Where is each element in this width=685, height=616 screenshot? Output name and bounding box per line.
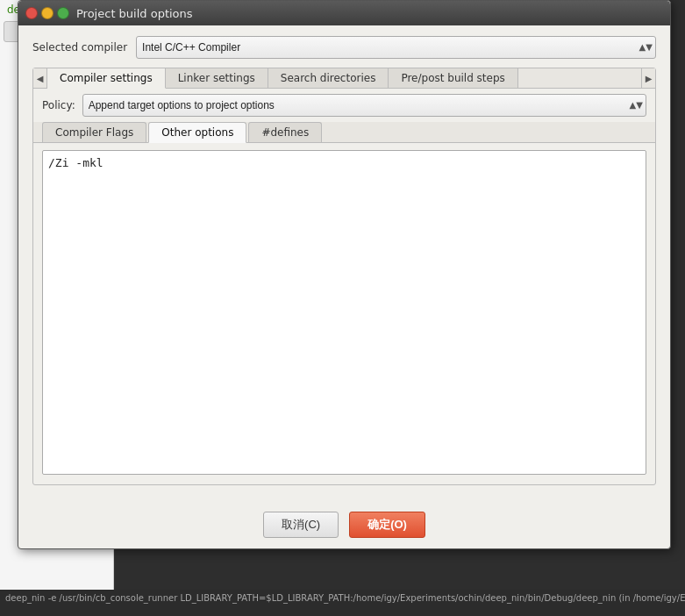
policy-label: Policy: <box>42 99 75 111</box>
tab-nav-right-arrow[interactable]: ▶ <box>641 68 655 88</box>
compiler-select-wrapper: Intel C/C++ Compiler ▲▼ <box>136 36 656 59</box>
project-build-options-dialog: Project build options Selected compiler … <box>18 0 671 549</box>
other-options-textarea[interactable] <box>42 150 646 475</box>
maximize-button[interactable] <box>57 7 69 19</box>
inner-tab-other-options[interactable]: Other options <box>148 122 246 143</box>
inner-tabs: Compiler Flags Other options #defines <box>33 122 655 143</box>
minimize-button[interactable] <box>41 7 54 19</box>
tab-pre-post-build[interactable]: Pre/post build steps <box>389 68 517 88</box>
dialog-footer: 取消(C) 确定(O) <box>18 505 670 548</box>
compiler-row: Selected compiler Intel C/C++ Compiler ▲… <box>32 36 656 59</box>
close-button[interactable] <box>25 7 38 19</box>
dialog-title: Project build options <box>76 7 193 20</box>
cancel-button[interactable]: 取消(C) <box>263 512 339 538</box>
tab-compiler-settings[interactable]: Compiler settings <box>47 68 166 89</box>
compiler-select[interactable]: Intel C/C++ Compiler <box>136 36 656 59</box>
tab-search-directories[interactable]: Search directories <box>268 68 389 88</box>
policy-select[interactable]: Append target options to project options <box>82 94 646 117</box>
tab-nav-left-arrow[interactable]: ◀ <box>33 68 47 88</box>
dialog-titlebar: Project build options <box>18 1 670 25</box>
bottom-status-text: deep_nin -e /usr/bin/cb_console_runner L… <box>0 590 685 606</box>
titlebar-buttons <box>25 7 69 19</box>
dialog-body: Selected compiler Intel C/C++ Compiler ▲… <box>18 25 670 505</box>
textarea-container <box>33 143 655 484</box>
inner-tab-defines[interactable]: #defines <box>248 122 322 142</box>
compiler-label: Selected compiler <box>32 41 127 54</box>
outer-tab-nav: ◀ Compiler settings Linker settings Sear… <box>33 68 655 89</box>
policy-row: Policy: Append target options to project… <box>33 89 655 122</box>
outer-tab-items: Compiler settings Linker settings Search… <box>47 68 641 88</box>
bottom-bar: deep_nin -e /usr/bin/cb_console_runner L… <box>0 590 685 616</box>
tab-linker-settings[interactable]: Linker settings <box>166 68 268 88</box>
outer-tabs-container: ◀ Compiler settings Linker settings Sear… <box>32 68 656 485</box>
policy-select-wrapper: Append target options to project options… <box>82 94 646 117</box>
ok-button[interactable]: 确定(O) <box>349 512 425 538</box>
inner-tab-compiler-flags[interactable]: Compiler Flags <box>42 122 146 142</box>
